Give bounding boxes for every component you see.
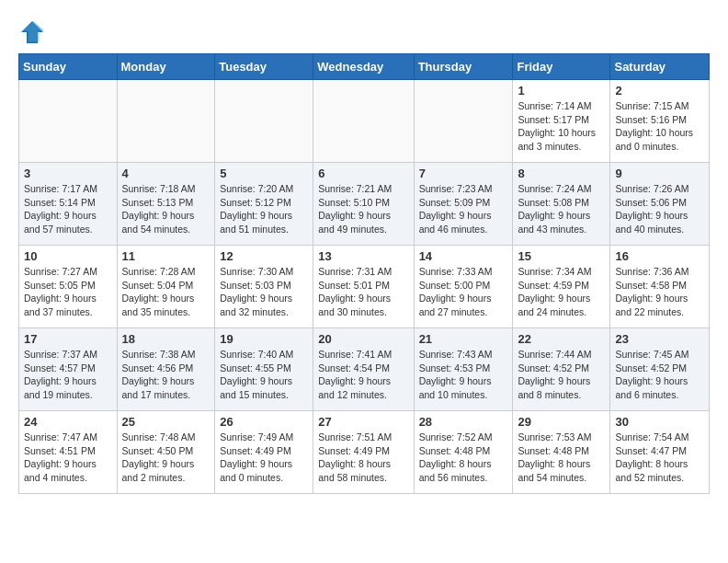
page-container: SundayMondayTuesdayWednesdayThursdayFrid… — [0, 0, 728, 503]
calendar-table: SundayMondayTuesdayWednesdayThursdayFrid… — [18, 53, 710, 494]
calendar-week-3: 10Sunrise: 7:27 AM Sunset: 5:05 PM Dayli… — [19, 246, 710, 328]
day-number: 22 — [518, 332, 605, 346]
calendar-cell: 30Sunrise: 7:54 AM Sunset: 4:47 PM Dayli… — [610, 411, 710, 494]
day-number: 28 — [419, 415, 508, 429]
day-info: Sunrise: 7:54 AM Sunset: 4:47 PM Dayligh… — [615, 431, 704, 485]
calendar-cell: 10Sunrise: 7:27 AM Sunset: 5:05 PM Dayli… — [19, 246, 118, 328]
day-number: 5 — [220, 167, 308, 180]
calendar-cell: 7Sunrise: 7:23 AM Sunset: 5:09 PM Daylig… — [414, 163, 513, 246]
calendar-cell: 18Sunrise: 7:38 AM Sunset: 4:56 PM Dayli… — [117, 328, 215, 411]
weekday-header-friday: Friday — [513, 54, 610, 80]
day-info: Sunrise: 7:43 AM Sunset: 4:53 PM Dayligh… — [419, 348, 508, 402]
day-number: 23 — [615, 332, 704, 346]
day-number: 24 — [24, 415, 112, 429]
day-info: Sunrise: 7:48 AM Sunset: 4:50 PM Dayligh… — [122, 431, 210, 485]
day-info: Sunrise: 7:21 AM Sunset: 5:10 PM Dayligh… — [318, 182, 408, 236]
calendar-cell: 23Sunrise: 7:45 AM Sunset: 4:52 PM Dayli… — [610, 328, 710, 411]
day-info: Sunrise: 7:47 AM Sunset: 4:51 PM Dayligh… — [24, 431, 112, 485]
calendar-cell: 20Sunrise: 7:41 AM Sunset: 4:54 PM Dayli… — [313, 328, 414, 411]
day-number: 10 — [24, 249, 112, 263]
day-info: Sunrise: 7:27 AM Sunset: 5:05 PM Dayligh… — [24, 265, 112, 319]
day-number: 14 — [419, 249, 508, 263]
calendar-week-5: 24Sunrise: 7:47 AM Sunset: 4:51 PM Dayli… — [19, 411, 710, 494]
day-number: 21 — [419, 332, 508, 346]
day-number: 27 — [318, 415, 408, 429]
day-number: 29 — [518, 415, 605, 429]
day-number: 3 — [24, 167, 112, 180]
calendar-cell: 14Sunrise: 7:33 AM Sunset: 5:00 PM Dayli… — [414, 246, 513, 328]
weekday-header-tuesday: Tuesday — [215, 54, 313, 80]
day-number: 30 — [615, 415, 704, 429]
day-number: 9 — [615, 167, 704, 180]
calendar-cell: 29Sunrise: 7:53 AM Sunset: 4:48 PM Dayli… — [513, 411, 610, 494]
weekday-header-row: SundayMondayTuesdayWednesdayThursdayFrid… — [19, 54, 710, 80]
weekday-header-wednesday: Wednesday — [313, 54, 414, 80]
day-number: 2 — [615, 84, 704, 98]
day-number: 12 — [220, 249, 308, 263]
day-info: Sunrise: 7:45 AM Sunset: 4:52 PM Dayligh… — [615, 348, 704, 402]
day-info: Sunrise: 7:18 AM Sunset: 5:13 PM Dayligh… — [122, 182, 210, 236]
day-info: Sunrise: 7:51 AM Sunset: 4:49 PM Dayligh… — [318, 431, 408, 485]
day-number: 6 — [318, 167, 408, 180]
day-number: 13 — [318, 249, 408, 263]
calendar-cell — [215, 80, 313, 163]
calendar-cell: 22Sunrise: 7:44 AM Sunset: 4:52 PM Dayli… — [513, 328, 610, 411]
calendar-cell: 2Sunrise: 7:15 AM Sunset: 5:16 PM Daylig… — [610, 80, 710, 163]
day-number: 25 — [122, 415, 210, 429]
calendar-cell: 24Sunrise: 7:47 AM Sunset: 4:51 PM Dayli… — [19, 411, 118, 494]
calendar-cell — [414, 80, 513, 163]
calendar-cell: 5Sunrise: 7:20 AM Sunset: 5:12 PM Daylig… — [215, 163, 313, 246]
day-info: Sunrise: 7:34 AM Sunset: 4:59 PM Dayligh… — [518, 265, 605, 319]
day-info: Sunrise: 7:23 AM Sunset: 5:09 PM Dayligh… — [419, 182, 508, 236]
calendar-week-4: 17Sunrise: 7:37 AM Sunset: 4:57 PM Dayli… — [19, 328, 710, 411]
day-number: 20 — [318, 332, 408, 346]
day-number: 8 — [518, 167, 605, 180]
day-number: 18 — [122, 332, 210, 346]
logo-icon — [18, 18, 46, 46]
calendar-cell: 3Sunrise: 7:17 AM Sunset: 5:14 PM Daylig… — [19, 163, 118, 246]
day-info: Sunrise: 7:37 AM Sunset: 4:57 PM Dayligh… — [24, 348, 112, 402]
weekday-header-sunday: Sunday — [19, 54, 118, 80]
calendar-cell — [19, 80, 118, 163]
logo — [18, 18, 50, 46]
calendar-cell: 1Sunrise: 7:14 AM Sunset: 5:17 PM Daylig… — [513, 80, 610, 163]
day-number: 7 — [419, 167, 508, 180]
calendar-cell: 13Sunrise: 7:31 AM Sunset: 5:01 PM Dayli… — [313, 246, 414, 328]
calendar-week-2: 3Sunrise: 7:17 AM Sunset: 5:14 PM Daylig… — [19, 163, 710, 246]
day-number: 1 — [518, 84, 605, 98]
day-info: Sunrise: 7:38 AM Sunset: 4:56 PM Dayligh… — [122, 348, 210, 402]
calendar-cell: 15Sunrise: 7:34 AM Sunset: 4:59 PM Dayli… — [513, 246, 610, 328]
weekday-header-monday: Monday — [117, 54, 215, 80]
header-row — [18, 18, 710, 46]
day-info: Sunrise: 7:20 AM Sunset: 5:12 PM Dayligh… — [220, 182, 308, 236]
calendar-cell: 21Sunrise: 7:43 AM Sunset: 4:53 PM Dayli… — [414, 328, 513, 411]
day-info: Sunrise: 7:17 AM Sunset: 5:14 PM Dayligh… — [24, 182, 112, 236]
calendar-cell: 8Sunrise: 7:24 AM Sunset: 5:08 PM Daylig… — [513, 163, 610, 246]
day-number: 4 — [122, 167, 210, 180]
day-info: Sunrise: 7:40 AM Sunset: 4:55 PM Dayligh… — [220, 348, 308, 402]
day-number: 19 — [220, 332, 308, 346]
day-info: Sunrise: 7:28 AM Sunset: 5:04 PM Dayligh… — [122, 265, 210, 319]
day-info: Sunrise: 7:44 AM Sunset: 4:52 PM Dayligh… — [518, 348, 605, 402]
weekday-header-saturday: Saturday — [610, 54, 710, 80]
calendar-cell: 9Sunrise: 7:26 AM Sunset: 5:06 PM Daylig… — [610, 163, 710, 246]
calendar-cell: 11Sunrise: 7:28 AM Sunset: 5:04 PM Dayli… — [117, 246, 215, 328]
calendar-cell: 17Sunrise: 7:37 AM Sunset: 4:57 PM Dayli… — [19, 328, 118, 411]
day-number: 11 — [122, 249, 210, 263]
day-info: Sunrise: 7:31 AM Sunset: 5:01 PM Dayligh… — [318, 265, 408, 319]
day-info: Sunrise: 7:14 AM Sunset: 5:17 PM Dayligh… — [518, 99, 605, 154]
day-info: Sunrise: 7:30 AM Sunset: 5:03 PM Dayligh… — [220, 265, 308, 319]
day-number: 17 — [24, 332, 112, 346]
calendar-week-1: 1Sunrise: 7:14 AM Sunset: 5:17 PM Daylig… — [19, 80, 710, 163]
day-info: Sunrise: 7:26 AM Sunset: 5:06 PM Dayligh… — [615, 182, 704, 236]
calendar-cell: 26Sunrise: 7:49 AM Sunset: 4:49 PM Dayli… — [215, 411, 313, 494]
calendar-cell — [117, 80, 215, 163]
day-info: Sunrise: 7:15 AM Sunset: 5:16 PM Dayligh… — [615, 99, 704, 154]
day-info: Sunrise: 7:36 AM Sunset: 4:58 PM Dayligh… — [615, 265, 704, 319]
calendar-cell: 25Sunrise: 7:48 AM Sunset: 4:50 PM Dayli… — [117, 411, 215, 494]
calendar-cell: 27Sunrise: 7:51 AM Sunset: 4:49 PM Dayli… — [313, 411, 414, 494]
day-info: Sunrise: 7:33 AM Sunset: 5:00 PM Dayligh… — [419, 265, 508, 319]
day-number: 15 — [518, 249, 605, 263]
day-info: Sunrise: 7:41 AM Sunset: 4:54 PM Dayligh… — [318, 348, 408, 402]
calendar-cell: 6Sunrise: 7:21 AM Sunset: 5:10 PM Daylig… — [313, 163, 414, 246]
